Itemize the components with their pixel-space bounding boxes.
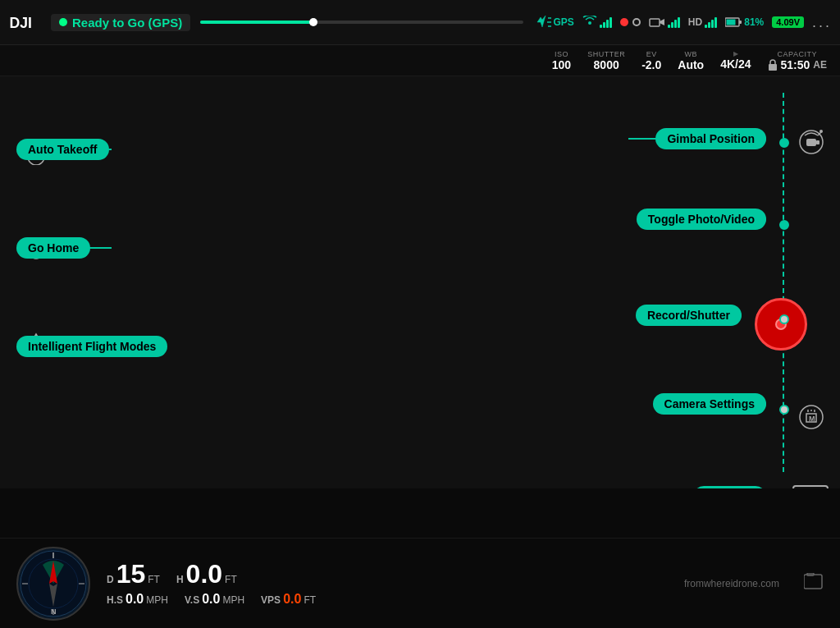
battery-group: 81% — [725, 16, 764, 29]
progress-dot — [309, 18, 317, 26]
capacity-value: 51:50 — [781, 58, 810, 71]
svg-rect-8 — [727, 20, 736, 25]
mode-setting[interactable]: ▶ 4K/24 — [720, 50, 751, 71]
svg-rect-5 — [650, 19, 660, 26]
progress-bar — [200, 21, 523, 24]
camera-mode-icon[interactable]: M — [791, 397, 832, 438]
compass-svg: N — [18, 548, 89, 619]
auto-takeoff-button[interactable]: Auto Takeoff — [16, 139, 109, 160]
screenshot-button[interactable] — [804, 573, 824, 594]
svg-rect-24 — [806, 139, 816, 146]
vs-label: V.S — [185, 594, 199, 606]
hs-label: H.S — [107, 594, 123, 606]
height-stat: H 0.0 FT — [176, 561, 237, 587]
distance-unit: FT — [148, 574, 160, 585]
track-dot-gimbal — [779, 138, 789, 148]
vps-unit: FT — [304, 594, 316, 606]
toggle-label-group: Toggle Photo/Video — [661, 216, 766, 222]
camera-settings-label-group: Camera Settings — [661, 401, 766, 407]
status-text: Ready to Go (GPS) — [72, 16, 182, 30]
bottom-bar: N D 15 FT H 0.0 FT H.S — [0, 538, 840, 628]
status-pill: Ready to Go (GPS) — [51, 14, 190, 31]
svg-text:DJI: DJI — [10, 15, 32, 31]
hs-unit: MPH — [146, 594, 168, 606]
stats-area: D 15 FT H 0.0 FT H.S 0.0 MPH V.S 0.0 MPH — [107, 561, 668, 607]
hd-group: HD — [688, 16, 717, 28]
vs-unit: MPH — [222, 594, 244, 606]
distance-label: D — [107, 574, 114, 585]
speed-row: H.S 0.0 MPH V.S 0.0 MPH VPS 0.0 FT — [107, 592, 668, 607]
track-dot-toggle — [779, 220, 789, 230]
vs-value: 0.0 — [202, 592, 220, 607]
more-menu-button[interactable]: ... — [812, 14, 832, 31]
website-text: fromwhereidrone.com — [684, 578, 779, 589]
distance-stat: D 15 FT — [107, 561, 160, 587]
capacity-setting[interactable]: CAPACITY 51:50 AE — [768, 50, 827, 71]
battery-icon — [725, 16, 742, 29]
shutter-value: 8000 — [594, 58, 619, 71]
hs-stat: H.S 0.0 MPH — [107, 592, 168, 607]
camera-bar: ISO 100 SHUTTER 8000 EV -2.0 WB Auto ▶ 4… — [0, 45, 840, 76]
shutter-label: SHUTTER — [587, 50, 625, 58]
vps-value: 0.0 — [283, 592, 301, 607]
svg-rect-25 — [816, 140, 819, 144]
battery-percent: 81% — [744, 16, 764, 28]
wb-label: WB — [684, 50, 697, 58]
gimbal-position-button[interactable]: Gimbal Position — [655, 128, 766, 149]
video-signal-bars — [668, 16, 680, 28]
vertical-track — [783, 93, 784, 472]
record-shutter-button[interactable]: Record/Shutter — [636, 305, 742, 326]
distance-height-row: D 15 FT H 0.0 FT — [107, 561, 668, 587]
height-value: 0.0 — [186, 561, 222, 587]
height-unit: FT — [225, 574, 237, 585]
ae-label: AE — [813, 59, 827, 71]
dji-logo: DJI — [8, 11, 41, 34]
progress-fill — [200, 21, 313, 24]
status-green-dot — [59, 18, 67, 26]
gps-icon — [533, 16, 551, 29]
vps-label: VPS — [261, 594, 281, 606]
record-indicator — [620, 18, 641, 26]
ev-label: EV — [646, 50, 657, 58]
gps-label: GPS — [554, 16, 574, 28]
compass: N — [16, 547, 90, 621]
vps-stat: VPS 0.0 FT — [261, 592, 316, 607]
rc-signal-group — [582, 16, 612, 29]
playback-icon[interactable] — [792, 485, 829, 488]
video-icon — [649, 16, 665, 29]
top-icons-area: GPS — [533, 14, 832, 31]
record-label-group: Record/Shutter — [661, 312, 742, 319]
svg-rect-9 — [769, 64, 777, 71]
gps-group: GPS — [533, 16, 574, 29]
voltage-badge: 4.09V — [772, 16, 804, 28]
go-home-button[interactable]: Go Home — [16, 237, 90, 259]
rc-signal-bars — [600, 16, 612, 28]
svg-point-28 — [810, 410, 812, 411]
height-label: H — [176, 574, 184, 585]
playback-button[interactable]: Playback — [693, 486, 766, 488]
wb-value: Auto — [678, 58, 704, 71]
top-bar: DJI Ready to Go (GPS) GPS — [0, 0, 840, 45]
track-dot-record — [779, 314, 789, 324]
shutter-setting[interactable]: SHUTTER 8000 — [587, 50, 625, 71]
svg-point-23 — [819, 130, 823, 133]
rc-icon — [582, 16, 597, 29]
iso-setting[interactable]: ISO 100 — [552, 50, 571, 71]
gimbal-label-group: Gimbal Position — [628, 135, 766, 142]
svg-rect-39 — [804, 575, 822, 589]
iso-value: 100 — [552, 58, 571, 71]
iso-label: ISO — [555, 50, 568, 58]
video-signal-group — [649, 16, 680, 29]
wb-setting[interactable]: WB Auto — [678, 50, 704, 71]
gimbal-icon[interactable] — [791, 121, 832, 163]
record-button[interactable] — [755, 298, 807, 351]
svg-point-4 — [588, 21, 591, 25]
track-dot-camera-settings — [779, 405, 789, 415]
flight-modes-button[interactable]: Intelligent Flight Modes — [16, 336, 167, 357]
toggle-photo-video-button[interactable]: Toggle Photo/Video — [637, 209, 766, 230]
ev-setting[interactable]: EV -2.0 — [641, 50, 661, 71]
ev-value: -2.0 — [641, 58, 661, 71]
camera-settings-button[interactable]: Camera Settings — [653, 393, 766, 415]
flight-modes-group: Intelligent Flight Modes — [16, 327, 112, 366]
svg-text:M: M — [809, 415, 815, 423]
